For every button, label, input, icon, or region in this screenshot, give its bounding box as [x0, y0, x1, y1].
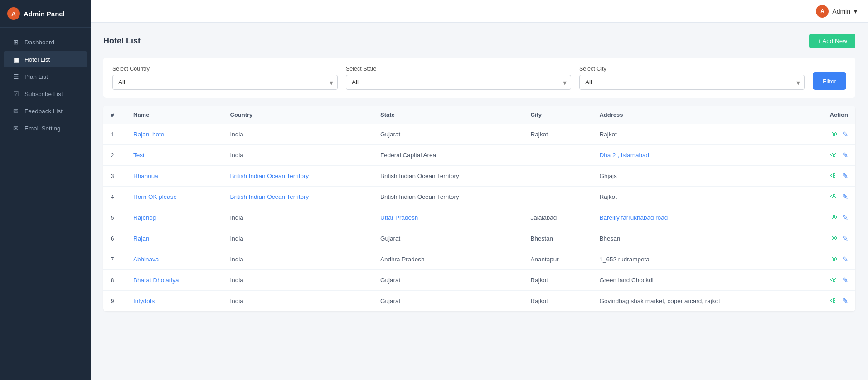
cell-country[interactable]: British Indian Ocean Territory — [223, 166, 373, 187]
cell-name[interactable]: Bharat Dholariya — [126, 270, 223, 291]
cell-city — [524, 187, 592, 207]
avatar: A — [816, 5, 829, 18]
table-row: 4 Horn OK please British Indian Ocean Te… — [103, 187, 855, 207]
state-filter-group: Select State All — [346, 66, 571, 90]
cell-name[interactable]: Rajani — [126, 228, 223, 249]
view-icon[interactable]: 👁 — [830, 214, 838, 222]
cell-state: Federal Capital Area — [373, 145, 524, 166]
sidebar-item-dashboard[interactable]: ⊞ Dashboard — [4, 34, 87, 50]
cell-state[interactable]: Uttar Pradesh — [373, 207, 524, 228]
cell-address[interactable]: Dha 2 , Islamabad — [592, 145, 810, 166]
col-header-name: Name — [126, 106, 223, 124]
col-header-address: Address — [592, 106, 810, 124]
cell-action: 👁 ✎ — [810, 207, 855, 228]
cell-address: Ghjajs — [592, 166, 810, 187]
cell-name[interactable]: Rajani hotel — [126, 124, 223, 145]
edit-icon[interactable]: ✎ — [842, 130, 848, 139]
edit-icon[interactable]: ✎ — [842, 151, 848, 159]
main-area: A Admin ▾ Hotel List + Add New Select Co… — [91, 0, 868, 380]
table-row: 1 Rajani hotel India Gujarat Rajkot Rajk… — [103, 124, 855, 145]
cell-action: 👁 ✎ — [810, 270, 855, 291]
cell-city: Rajkot — [524, 270, 592, 291]
sidebar-item-label: Dashboard — [24, 39, 54, 46]
sidebar-logo: A Admin Panel — [0, 0, 91, 28]
feedback-list-icon: ✉ — [12, 107, 20, 115]
col-header-num: # — [103, 106, 126, 124]
country-filter-group: Select Country All — [112, 66, 338, 90]
edit-icon[interactable]: ✎ — [842, 255, 848, 264]
cell-address: Bhesan — [592, 228, 810, 249]
cell-address[interactable]: Bareilly farrukhabad road — [592, 207, 810, 228]
edit-icon[interactable]: ✎ — [842, 276, 848, 284]
cell-name[interactable]: Abhinava — [126, 249, 223, 270]
cell-action: 👁 ✎ — [810, 291, 855, 312]
cell-num: 1 — [103, 124, 126, 145]
content-area: Hotel List + Add New Select Country All … — [91, 23, 868, 380]
hotel-list-icon: ▦ — [12, 56, 20, 63]
view-icon[interactable]: 👁 — [830, 255, 838, 264]
cell-name[interactable]: Hhahuua — [126, 166, 223, 187]
cell-country: India — [223, 249, 373, 270]
edit-icon[interactable]: ✎ — [842, 213, 848, 222]
sidebar-item-email-setting[interactable]: ✉ Email Setting — [4, 120, 87, 136]
filter-button[interactable]: Filter — [813, 72, 846, 90]
cell-address: Green land Chockdi — [592, 270, 810, 291]
edit-icon[interactable]: ✎ — [842, 172, 848, 180]
cell-num: 5 — [103, 207, 126, 228]
city-filter-label: Select City — [579, 66, 805, 72]
sidebar-item-hotel-list[interactable]: ▦ Hotel List — [4, 51, 87, 67]
sidebar-item-label: Subscribe List — [24, 91, 63, 97]
cell-action: 👁 ✎ — [810, 145, 855, 166]
city-select[interactable]: All — [579, 75, 805, 90]
table-row: 6 Rajani India Gujarat Bhestan Bhesan 👁 … — [103, 228, 855, 249]
cell-city — [524, 166, 592, 187]
col-header-state: State — [373, 106, 524, 124]
cell-num: 6 — [103, 228, 126, 249]
cell-state: British Indian Ocean Territory — [373, 187, 524, 207]
cell-country: India — [223, 207, 373, 228]
col-header-action: Action — [810, 106, 855, 124]
view-icon[interactable]: 👁 — [830, 130, 838, 139]
edit-icon[interactable]: ✎ — [842, 297, 848, 305]
view-icon[interactable]: 👁 — [830, 172, 838, 180]
subscribe-list-icon: ☑ — [12, 90, 20, 97]
cell-name[interactable]: Infydots — [126, 291, 223, 312]
filters-panel: Select Country All Select State All Sele… — [103, 58, 855, 98]
sidebar-item-feedback-list[interactable]: ✉ Feedback List — [4, 103, 87, 119]
view-icon[interactable]: 👁 — [830, 276, 838, 284]
cell-address: Rajkot — [592, 187, 810, 207]
edit-icon[interactable]: ✎ — [842, 234, 848, 243]
sidebar-item-plan-list[interactable]: ☰ Plan List — [4, 68, 87, 85]
add-new-button[interactable]: + Add New — [809, 34, 855, 48]
cell-state: Gujarat — [373, 228, 524, 249]
cell-num: 3 — [103, 166, 126, 187]
hotel-table-wrapper: # Name Country State City Address Action… — [103, 106, 855, 311]
country-filter-label: Select Country — [112, 66, 338, 72]
edit-icon[interactable]: ✎ — [842, 192, 848, 201]
sidebar-logo-text: Admin Panel — [24, 10, 65, 18]
cell-num: 4 — [103, 187, 126, 207]
cell-address: 1_652 rudrampeta — [592, 249, 810, 270]
col-header-city: City — [524, 106, 592, 124]
cell-num: 9 — [103, 291, 126, 312]
cell-name[interactable]: Test — [126, 145, 223, 166]
view-icon[interactable]: 👁 — [830, 297, 838, 305]
cell-state: Gujarat — [373, 270, 524, 291]
cell-name[interactable]: Rajbhog — [126, 207, 223, 228]
sidebar-item-subscribe-list[interactable]: ☑ Subscribe List — [4, 86, 87, 102]
city-filter-group: Select City All — [579, 66, 805, 90]
cell-country: India — [223, 228, 373, 249]
view-icon[interactable]: 👁 — [830, 235, 838, 243]
table-row: 7 Abhinava India Andhra Pradesh Anantapu… — [103, 249, 855, 270]
user-menu[interactable]: A Admin ▾ — [816, 5, 857, 18]
country-select[interactable]: All — [112, 75, 338, 90]
cell-country[interactable]: British Indian Ocean Territory — [223, 187, 373, 207]
cell-city: Bhestan — [524, 228, 592, 249]
view-icon[interactable]: 👁 — [830, 193, 838, 201]
hotel-table: # Name Country State City Address Action… — [103, 106, 855, 311]
dashboard-icon: ⊞ — [12, 38, 20, 46]
cell-name[interactable]: Horn OK please — [126, 187, 223, 207]
cell-address: Rajkot — [592, 124, 810, 145]
state-select[interactable]: All — [346, 75, 571, 90]
view-icon[interactable]: 👁 — [830, 151, 838, 159]
